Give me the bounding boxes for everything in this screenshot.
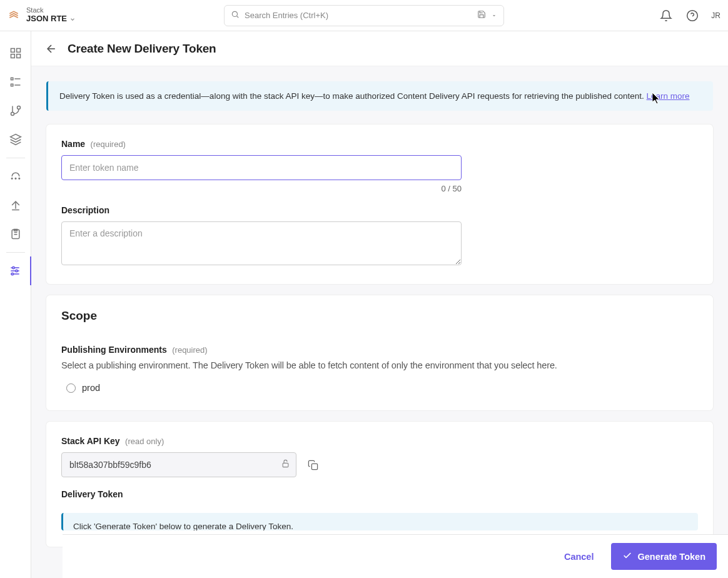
name-hint: (required)	[91, 139, 126, 149]
sidebar	[0, 31, 31, 578]
delivery-token-label: Delivery Token	[61, 489, 123, 499]
svg-rect-6	[11, 54, 14, 58]
back-button[interactable]	[44, 41, 59, 56]
scope-title: Scope	[61, 309, 698, 323]
env-description: Select a publishing environment. The Del…	[61, 360, 698, 370]
learn-more-link[interactable]: Learn more	[647, 91, 690, 101]
svg-point-12	[11, 113, 14, 116]
svg-rect-25	[311, 464, 317, 469]
description-field: Description	[61, 205, 698, 268]
cancel-button[interactable]: Cancel	[557, 545, 602, 568]
radio-icon	[66, 383, 76, 393]
sidebar-separator	[6, 158, 25, 158]
stack-name: JSON RTE	[26, 14, 67, 23]
svg-point-15	[15, 178, 16, 180]
delivery-banner-text: Click 'Generate Token' below to generate…	[73, 522, 293, 530]
svg-rect-5	[16, 54, 20, 58]
svg-point-19	[12, 266, 14, 268]
sidebar-item-assets[interactable]	[0, 125, 31, 154]
content-scroll[interactable]: Delivery Token is used as a credential—a…	[31, 66, 728, 578]
topbar-right: JR	[659, 8, 720, 23]
help-icon[interactable]	[685, 8, 700, 23]
basic-info-card: Name (required) 0 / 50 Description	[46, 124, 713, 284]
scope-card: Scope Publishing Environments (required)…	[46, 295, 713, 410]
main: Create New Delivery Token Delivery Token…	[31, 31, 728, 578]
chevron-down-icon[interactable]	[491, 10, 497, 21]
svg-rect-3	[11, 49, 14, 53]
credentials-card: Stack API Key (read only)	[46, 422, 713, 547]
topbar: Stack JSON RTE	[0, 0, 728, 31]
api-key-hint: (read only)	[125, 437, 164, 446]
save-icon[interactable]	[477, 10, 486, 21]
delivery-token-banner: Click 'Generate Token' below to generate…	[61, 513, 698, 530]
svg-point-11	[17, 106, 20, 109]
topbar-left: Stack JSON RTE	[8, 6, 76, 25]
svg-point-16	[19, 178, 20, 180]
search-container	[224, 5, 504, 26]
chevron-down-icon	[69, 14, 76, 25]
sidebar-item-content-models[interactable]	[0, 96, 31, 125]
svg-rect-4	[16, 49, 20, 53]
stack-label: Stack	[26, 6, 76, 14]
api-key-field: Stack API Key (read only)	[61, 435, 698, 477]
sidebar-item-entries[interactable]	[0, 68, 31, 96]
api-key-input[interactable]	[61, 452, 296, 477]
svg-marker-13	[10, 134, 21, 139]
env-option-label: prod	[82, 383, 100, 393]
check-icon	[622, 550, 632, 562]
name-field: Name (required) 0 / 50	[61, 138, 698, 193]
name-char-count: 0 / 50	[61, 184, 462, 193]
name-input[interactable]	[61, 155, 462, 180]
svg-point-23	[11, 273, 13, 275]
info-banner: Delivery Token is used as a credential—a…	[46, 81, 713, 111]
info-banner-text: Delivery Token is used as a credential—a…	[59, 91, 647, 101]
env-option-prod[interactable]: prod	[66, 382, 698, 394]
search-bar[interactable]	[224, 5, 504, 26]
shell: Create New Delivery Token Delivery Token…	[0, 31, 728, 578]
generate-token-button[interactable]: Generate Token	[611, 543, 717, 570]
svg-point-14	[11, 178, 13, 180]
sidebar-separator	[6, 252, 25, 253]
svg-point-0	[232, 11, 237, 16]
search-right	[477, 10, 497, 21]
sidebar-item-publish-queue[interactable]	[0, 162, 31, 191]
svg-point-21	[15, 270, 17, 271]
description-input[interactable]	[61, 221, 462, 265]
svg-rect-7	[11, 78, 13, 79]
footer: Cancel Generate Token	[63, 534, 728, 578]
copy-button[interactable]	[305, 457, 320, 472]
logo-icon	[8, 9, 20, 22]
sidebar-item-dashboard[interactable]	[0, 39, 31, 68]
delivery-token-field: Delivery Token Click 'Generate Token' be…	[61, 489, 698, 530]
page-title: Create New Delivery Token	[68, 42, 216, 56]
search-icon	[231, 10, 240, 21]
sidebar-item-settings[interactable]	[0, 256, 31, 285]
api-key-label: Stack API Key	[61, 436, 120, 446]
sidebar-item-tasks[interactable]	[0, 220, 31, 248]
svg-point-1	[687, 10, 698, 21]
env-hint: (required)	[172, 345, 207, 355]
name-label: Name	[61, 139, 85, 149]
user-avatar[interactable]: JR	[711, 11, 720, 20]
sidebar-item-releases[interactable]	[0, 191, 31, 220]
env-label: Publishing Environments	[61, 345, 167, 355]
generate-token-label: Generate Token	[637, 552, 705, 562]
description-label: Description	[61, 205, 109, 215]
svg-rect-24	[283, 463, 288, 467]
search-input[interactable]	[245, 11, 472, 20]
page-header: Create New Delivery Token	[31, 31, 728, 66]
notifications-icon[interactable]	[659, 8, 674, 23]
stack-selector[interactable]: Stack JSON RTE	[26, 6, 76, 25]
svg-rect-9	[11, 84, 13, 86]
lock-icon	[281, 459, 290, 471]
